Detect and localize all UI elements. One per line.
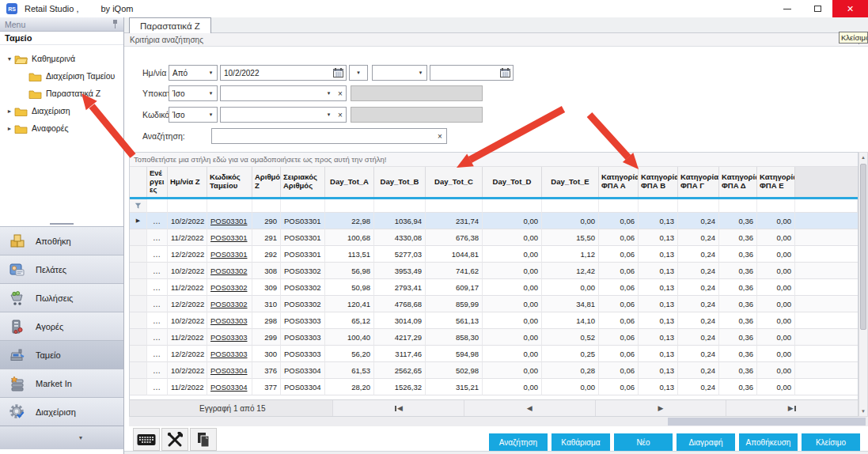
filter-cell[interactable] xyxy=(168,199,207,213)
date-to-input[interactable] xyxy=(430,65,514,81)
table-row[interactable]: … 10/2/2022 POS03304 376 POS03304 61,53 … xyxy=(130,362,858,379)
row-actions-button[interactable]: … xyxy=(147,346,168,362)
filter-cell[interactable] xyxy=(374,199,426,213)
column-header[interactable]: Κατηγορία ΦΠΑ Ε xyxy=(757,167,795,197)
table-row[interactable]: … 11/2/2022 POS03303 299 POS03303 100,40… xyxy=(130,329,858,346)
nav-item-customers[interactable]: Πελάτες xyxy=(0,255,123,283)
nav-item-market-in[interactable]: Market In xyxy=(0,369,123,397)
table-row[interactable]: ▶ … 10/2/2022 POS03301 290 POS03301 22,9… xyxy=(130,213,858,229)
row-actions-button[interactable]: … xyxy=(147,246,168,263)
table-row[interactable]: … 11/2/2022 POS03302 309 POS03302 50,98 … xyxy=(130,279,858,296)
copy-button[interactable] xyxy=(190,428,217,451)
column-header[interactable]: Κατηγορία ΦΠΑ Δ xyxy=(719,167,757,197)
nav-item-purchases[interactable]: Αγορές xyxy=(0,312,123,340)
table-row[interactable]: … 10/2/2022 POS03302 308 POS03302 56,98 … xyxy=(130,263,858,279)
nav-item-administration[interactable]: Διαχείριση xyxy=(0,397,123,426)
maximize-button[interactable] xyxy=(802,0,832,17)
column-header[interactable]: Day_Tot_A xyxy=(325,167,374,197)
filter-cell[interactable] xyxy=(281,199,325,213)
filter-cell[interactable] xyxy=(639,199,678,213)
pager-next-button[interactable]: ▶ xyxy=(596,400,727,416)
filter-cell[interactable] xyxy=(719,199,757,213)
register-code-link[interactable]: POS03301 xyxy=(210,233,247,242)
table-row[interactable]: … 10/2/2022 POS03303 298 POS03303 65,12 … xyxy=(130,312,858,329)
filter-cell[interactable] xyxy=(207,199,252,213)
tree-expand-icon[interactable]: ▼ xyxy=(5,56,14,62)
table-row[interactable]: … 12/2/2022 POS03302 310 POS03302 120,41… xyxy=(130,296,858,312)
nav-item-warehouse[interactable]: Αποθήκη xyxy=(0,226,123,255)
row-actions-button[interactable]: … xyxy=(147,213,168,229)
tree-collapse-icon[interactable]: ► xyxy=(5,108,14,114)
register-lookup-combo[interactable]: ▾ × xyxy=(220,107,347,123)
register-code-link[interactable]: POS03301 xyxy=(210,217,247,225)
delete-button[interactable]: Διαγραφή xyxy=(677,433,735,451)
row-actions-button[interactable]: … xyxy=(147,379,168,395)
register-code-link[interactable]: POS03302 xyxy=(210,283,247,292)
register-code-link[interactable]: POS03302 xyxy=(210,267,247,275)
column-header[interactable]: Ενέργειες xyxy=(147,167,168,197)
minimize-button[interactable] xyxy=(772,0,802,17)
register-code-link[interactable]: POS03303 xyxy=(210,333,247,342)
scroll-down-icon[interactable]: ▼ xyxy=(859,407,867,416)
row-actions-button[interactable]: … xyxy=(147,279,168,296)
table-row[interactable]: … 12/2/2022 POS03301 292 POS03301 113,51… xyxy=(130,246,858,263)
scrollbar-thumb[interactable] xyxy=(860,164,866,330)
row-actions-button[interactable]: … xyxy=(147,312,168,329)
filter-cell[interactable] xyxy=(426,199,483,213)
scroll-up-icon[interactable]: ▲ xyxy=(859,153,867,162)
register-code-link[interactable]: POS03301 xyxy=(210,250,247,259)
new-button[interactable]: Νέο xyxy=(614,433,673,451)
tree-item-cash-management[interactable]: Διαχείριση Ταμείου xyxy=(0,67,123,85)
table-row[interactable]: … 11/2/2022 POS03304 377 POS03304 28,20 … xyxy=(130,379,858,395)
tree-collapse-icon[interactable]: ► xyxy=(5,126,14,131)
close-window-button[interactable]: ✕ xyxy=(832,0,868,17)
clear-icon[interactable]: × xyxy=(434,132,446,141)
filter-cell[interactable] xyxy=(757,199,795,213)
clear-icon[interactable]: × xyxy=(335,111,346,119)
column-header[interactable]: Κατηγορία ΦΠΑ Α xyxy=(599,167,639,197)
column-header[interactable]: Day_Tot_D xyxy=(483,167,542,197)
date-to-operator-combo[interactable]: ▾ xyxy=(372,65,427,81)
column-header[interactable]: Κωδικός Ταμείου xyxy=(207,167,252,197)
register-operator-combo[interactable]: Ίσο ▾ xyxy=(169,107,218,123)
filter-cell[interactable] xyxy=(599,199,639,213)
register-code-link[interactable]: POS03303 xyxy=(210,316,247,325)
tab-z-documents[interactable]: Παραστατικά Z xyxy=(129,17,211,33)
row-actions-button[interactable]: … xyxy=(147,362,168,379)
filter-cell[interactable] xyxy=(325,199,374,213)
clear-button[interactable]: Καθάρισμα xyxy=(552,433,610,451)
clear-icon[interactable]: × xyxy=(335,89,346,98)
row-actions-button[interactable]: … xyxy=(147,296,168,312)
tree-item-daily[interactable]: ▼ Καθημερινά xyxy=(0,50,123,67)
search-input[interactable] xyxy=(212,130,434,142)
register-code-link[interactable]: POS03303 xyxy=(210,350,247,358)
branch-lookup-combo[interactable]: ▾ × xyxy=(220,85,347,101)
column-header[interactable]: Κατηγορία ΦΠΑ Γ xyxy=(678,167,719,197)
table-row[interactable]: … 12/2/2022 POS03303 300 POS03303 56,20 … xyxy=(130,346,858,362)
filter-cell[interactable] xyxy=(678,199,719,213)
vertical-scrollbar[interactable]: ▲ ▼ xyxy=(859,152,868,417)
column-header[interactable]: Day_Tot_E xyxy=(542,167,599,197)
filter-cell[interactable] xyxy=(147,199,168,213)
horizontal-scrollbar-thumb[interactable] xyxy=(668,418,866,426)
register-code-link[interactable]: POS03304 xyxy=(210,383,247,392)
column-header[interactable]: Ημ/νία Z xyxy=(168,167,207,197)
pin-icon[interactable] xyxy=(112,20,119,28)
filter-cell[interactable] xyxy=(252,199,281,213)
date-operator2-combo[interactable]: ▾ xyxy=(349,65,368,81)
pager-prev-button[interactable]: ◀ xyxy=(464,400,596,416)
branch-operator-combo[interactable]: Ίσο ▾ xyxy=(169,85,218,101)
table-row[interactable]: … 11/2/2022 POS03301 291 POS03301 100,68… xyxy=(130,229,858,246)
filter-cell[interactable] xyxy=(483,199,542,213)
tools-button[interactable] xyxy=(161,428,188,451)
column-header[interactable]: Κατηγορία ΦΠΑ Β xyxy=(639,167,678,197)
column-header[interactable]: Day_Tot_B xyxy=(374,167,426,197)
register-code-link[interactable]: POS03302 xyxy=(210,300,247,308)
column-header[interactable]: Σειριακός Αριθμός xyxy=(281,167,325,197)
calendar-icon[interactable] xyxy=(333,68,343,78)
calendar-icon[interactable] xyxy=(500,68,510,78)
criteria-group-header[interactable]: Κριτήρια αναζήτησης xyxy=(124,33,868,47)
date-from-input[interactable]: 10/2/2022 xyxy=(220,65,347,81)
column-header[interactable]: Αριθμός Z xyxy=(252,167,281,197)
pager-first-button[interactable]: ◀ xyxy=(333,400,464,416)
